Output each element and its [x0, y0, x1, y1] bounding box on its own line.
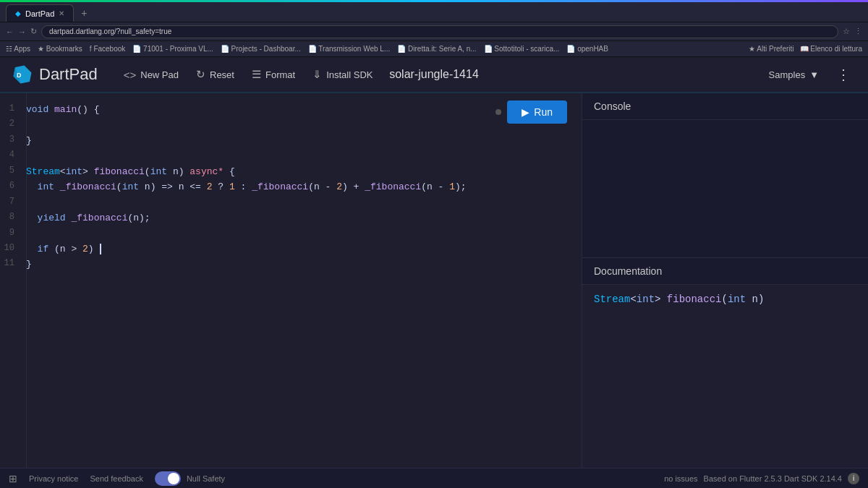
- address-input[interactable]: [41, 25, 838, 38]
- bookmark-openhab[interactable]: 📄 openHAB: [566, 45, 608, 53]
- stream-type: Stream: [594, 294, 630, 305]
- privacy-notice-link[interactable]: Privacy notice: [29, 474, 78, 483]
- install-sdk-button[interactable]: ⇓ Install SDK: [304, 64, 381, 85]
- reset-button[interactable]: ↻ Reset: [187, 64, 243, 85]
- tab-label: DartPad: [25, 9, 54, 18]
- active-tab[interactable]: ◆ DartPad ✕: [6, 4, 74, 22]
- info-icon[interactable]: i: [848, 473, 859, 484]
- chevron-down-icon: ▼: [809, 69, 819, 80]
- address-bar: ← → ↻ ☆ ⋮: [0, 22, 868, 41]
- doc-header: Documentation: [582, 258, 868, 285]
- line-number: 4: [0, 148, 26, 163]
- format-label: Format: [265, 69, 295, 80]
- app-title: DartPad: [39, 65, 98, 84]
- line-code: int _fibonacci(int n) => n <= 2 ? 1 : _f…: [26, 179, 582, 194]
- tab-close-btn[interactable]: ✕: [59, 9, 64, 17]
- bottom-bar: ⊞ Privacy notice Send feedback Null Safe…: [0, 468, 868, 488]
- pad-title: solar-jungle-1414: [389, 68, 479, 81]
- gutter-line: [26, 93, 27, 468]
- line-number: 7: [0, 195, 26, 210]
- doc-title: Documentation: [594, 265, 662, 277]
- bookmark-facebook[interactable]: f Facebook: [90, 45, 125, 53]
- line-code: [26, 148, 582, 163]
- line-code: [26, 195, 582, 210]
- right-toolbar: Samples ▼ ⋮: [760, 61, 856, 87]
- reset-icon: ↻: [196, 68, 205, 81]
- fibonacci-fn: fibonacci: [667, 294, 722, 305]
- console-header: Console: [582, 93, 868, 120]
- line-code: [26, 226, 582, 241]
- line-number: 8: [0, 210, 26, 225]
- doc-signature: Stream<int> fibonacci(int n): [594, 294, 856, 305]
- code-line-1: 1 void main() {: [0, 102, 582, 117]
- samples-button[interactable]: Samples ▼: [760, 65, 827, 85]
- status-dot: [495, 109, 501, 115]
- code-icon: <>: [124, 69, 137, 81]
- code-line-7: 7: [0, 195, 582, 210]
- line-number: 1: [0, 102, 26, 116]
- code-line-5: 5 Stream<int> fibonacci(int n) async* {: [0, 164, 582, 179]
- svg-text:D: D: [17, 72, 22, 79]
- code-line-8: 8 yield _fibonacci(n);: [0, 210, 582, 226]
- grid-icon[interactable]: ⊞: [9, 473, 17, 484]
- run-button[interactable]: ▶ Run: [507, 100, 567, 124]
- bookmark-proxima[interactable]: 📄 71001 - Proxima VL...: [132, 45, 213, 53]
- code-line-2: 2: [0, 117, 582, 132]
- line-number: 5: [0, 164, 26, 179]
- logo-area: D DartPad: [12, 64, 98, 85]
- feedback-link[interactable]: Send feedback: [90, 474, 142, 483]
- console-content[interactable]: [582, 120, 868, 257]
- line-number: 3: [0, 133, 26, 147]
- bookmark-sottotitoli[interactable]: 📄 Sottotitoli - scarica...: [484, 45, 560, 53]
- line-number: 10: [0, 241, 26, 256]
- line-number: 2: [0, 117, 26, 132]
- bookmark-apps[interactable]: ☷ Apps: [6, 45, 30, 53]
- main-content: 1 void main() { 2 3 } 4 5 Stream<int> fi: [0, 93, 868, 468]
- download-icon: ⇓: [312, 68, 322, 81]
- bookmark-elenco[interactable]: 📖 Elenco di lettura: [800, 45, 863, 53]
- bookmark-altri[interactable]: ★ Alti Preferiti: [749, 45, 793, 53]
- bookmark-diretta[interactable]: 📄 Diretta.it: Serie A, n...: [397, 45, 476, 53]
- line-number: 11: [0, 257, 26, 271]
- no-issues-label: no issues: [664, 474, 697, 483]
- star-icon[interactable]: ☆: [843, 27, 850, 36]
- code-line-6: 6 int _fibonacci(int n) => n <= 2 ? 1 : …: [0, 179, 582, 194]
- new-pad-button[interactable]: <> New Pad: [115, 64, 187, 85]
- sdk-version-label: Based on Flutter 2.5.3 Dart SDK 2.14.4: [704, 474, 842, 483]
- bookmarks-bar: ☷ Apps ★ Bookmarks f Facebook 📄 71001 - …: [0, 41, 868, 57]
- reload-icon[interactable]: ↻: [30, 27, 37, 36]
- back-icon[interactable]: ←: [6, 27, 14, 36]
- line-code: yield _fibonacci(n);: [26, 210, 582, 226]
- forward-icon[interactable]: →: [18, 27, 26, 36]
- run-label: Run: [534, 106, 553, 118]
- code-line-11: 11 }: [0, 257, 582, 272]
- bookmark-bookmarks[interactable]: ★ Bookmarks: [38, 45, 82, 53]
- code-editor[interactable]: 1 void main() { 2 3 } 4 5 Stream<int> fi: [0, 93, 582, 468]
- line-number: 6: [0, 179, 26, 194]
- doc-content: Stream<int> fibonacci(int n): [582, 285, 868, 468]
- line-code: }: [26, 257, 582, 272]
- dart-logo-icon: D: [12, 64, 33, 85]
- line-code: Stream<int> fibonacci(int n) async* {: [26, 164, 582, 179]
- console-title: Console: [594, 100, 631, 112]
- code-line-10: 10 if (n > 2): [0, 241, 582, 257]
- new-pad-label: New Pad: [140, 69, 179, 80]
- line-number: 9: [0, 226, 26, 241]
- app-toolbar: D DartPad <> New Pad ↻ Reset ☰ Format ⇓ …: [0, 57, 868, 93]
- format-button[interactable]: ☰ Format: [243, 64, 304, 85]
- tab-bar: ◆ DartPad ✕ +: [0, 2, 868, 22]
- toggle-knob: [168, 473, 179, 484]
- int-type: int: [637, 294, 655, 305]
- bookmark-transmission[interactable]: 📄 Transmission Web L...: [308, 45, 391, 53]
- null-safety-toggle[interactable]: [155, 471, 181, 486]
- line-code: }: [26, 133, 582, 148]
- more-options-button[interactable]: ⋮: [830, 61, 856, 87]
- null-safety-toggle-area: Null Safety: [155, 471, 225, 486]
- line-code: if (n > 2): [26, 241, 582, 257]
- settings-icon[interactable]: ⋮: [854, 27, 862, 36]
- new-tab-btn[interactable]: +: [77, 6, 91, 20]
- right-panel: Console Documentation Stream<int> fibona…: [582, 93, 868, 468]
- status-area: no issues Based on Flutter 2.5.3 Dart SD…: [664, 473, 859, 484]
- bookmark-projects[interactable]: 📄 Projects - Dashboar...: [221, 45, 301, 53]
- play-icon: ▶: [522, 106, 529, 118]
